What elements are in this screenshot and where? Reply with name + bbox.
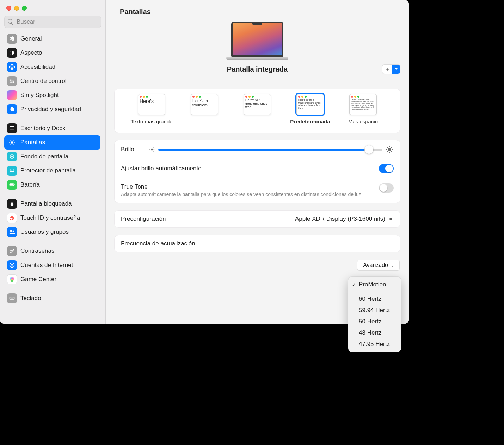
sidebar-item-displays[interactable]: Pantallas — [4, 135, 100, 150]
refresh-rate-menu[interactable]: ProMotion 60 Hertz 59.94 Hertz 50 Hertz … — [348, 277, 401, 352]
svg-line-50 — [153, 148, 154, 148]
gear-icon — [7, 34, 17, 44]
resolution-panel: Here's Texto más grande Here's to troubl… — [114, 89, 400, 133]
sidebar-item-screen-saver[interactable]: Protector de pantalla — [4, 164, 100, 178]
sidebar-item-lock-screen[interactable]: Pantalla bloqueada — [4, 197, 100, 211]
svg-point-29 — [11, 251, 11, 252]
brightness-panel: Brillo Ajustar brillo automáticamente — [114, 140, 400, 203]
menu-item-60hz[interactable]: 60 Hertz — [348, 293, 401, 305]
sidebar-item-internet-accounts[interactable]: Cuentas de Internet — [4, 258, 100, 272]
sidebar-item-label: Protector de pantalla — [20, 167, 76, 174]
page-title: Pantallas — [106, 0, 409, 16]
resolution-options: Here's Texto más grande Here's to troubl… — [115, 89, 400, 126]
resolution-option-larger-text[interactable]: Here's Texto más grande — [125, 94, 178, 125]
users-icon — [7, 227, 17, 237]
close-icon[interactable] — [6, 6, 11, 11]
svg-line-47 — [150, 148, 150, 148]
preset-row[interactable]: Preconfiguración Apple XDR Display (P3-1… — [115, 211, 400, 227]
true-tone-description: Adapta automáticamente la pantalla para … — [121, 191, 379, 198]
preset-popup[interactable]: Apple XDR Display (P3-1600 nits) — [295, 215, 394, 223]
svg-line-49 — [150, 151, 150, 151]
svg-line-17 — [10, 144, 11, 144]
sidebar-item-privacy-security[interactable]: Privacidad y seguridad — [4, 102, 100, 116]
sidebar-item-label: Game Center — [20, 276, 56, 283]
refresh-rate-popup[interactable]: ProMotion — [358, 240, 394, 247]
menu-item-5994hz[interactable]: 59.94 Hertz — [348, 305, 401, 316]
sidebar-item-passwords[interactable]: Contraseñas — [4, 244, 100, 258]
svg-point-27 — [13, 231, 14, 232]
brightness-label: Brillo — [121, 146, 134, 153]
svg-line-58 — [387, 151, 388, 152]
laptop-illustration — [226, 22, 288, 60]
refresh-rate-row[interactable]: Frecuencia de actualización ProMotion — [115, 235, 400, 252]
menu-item-48hz[interactable]: 48 Hertz — [348, 327, 401, 339]
sidebar-item-desktop-dock[interactable]: Escritorio y Dock — [4, 121, 100, 135]
menu-item-50hz[interactable]: 50 Hertz — [348, 316, 401, 327]
control-center-icon — [7, 76, 17, 86]
true-tone-label: True Tone — [121, 183, 379, 190]
sidebar-item-general[interactable]: General — [4, 32, 100, 46]
sidebar-item-label: Touch ID y contraseña — [20, 214, 80, 221]
hand-icon — [7, 104, 17, 114]
preset-panel: Preconfiguración Apple XDR Display (P3-1… — [114, 210, 400, 228]
brightness-row: Brillo — [115, 140, 400, 159]
svg-line-15 — [10, 141, 11, 141]
minimize-icon[interactable] — [14, 6, 19, 11]
sidebar-item-touch-id[interactable]: Touch ID y contraseña — [4, 211, 100, 225]
main-content: Pantallas Pantalla integrada ＋ — [106, 0, 409, 324]
svg-point-6 — [12, 81, 14, 83]
fingerprint-icon — [7, 213, 17, 223]
resolution-option-1[interactable]: Here's to troublem — [178, 94, 231, 125]
resolution-option-more-space[interactable]: Here's to the crazy one troublemakers. T… — [337, 94, 389, 125]
menu-item-4795hz[interactable]: 47.95 Hertz — [348, 339, 401, 350]
svg-rect-24 — [10, 184, 13, 185]
sidebar-item-label: Pantallas — [20, 139, 45, 146]
true-tone-toggle[interactable] — [379, 183, 394, 193]
true-tone-row: True Tone Adapta automáticamente la pant… — [115, 178, 400, 203]
brightness-thumb[interactable] — [365, 145, 373, 154]
resolution-option-2[interactable]: Here's to t troublema ones who — [231, 94, 284, 125]
sidebar-item-users-groups[interactable]: Usuarios y grupos — [4, 225, 100, 239]
sidebar-item-label: General — [20, 35, 42, 42]
sidebar-item-wallpaper[interactable]: Fondo de pantalla — [4, 150, 100, 164]
auto-brightness-toggle[interactable] — [379, 164, 394, 173]
sidebar-item-battery[interactable]: Batería — [4, 178, 100, 192]
resolution-option-default[interactable]: Here's to the c troublemakers. ones who … — [284, 94, 337, 125]
keyboard-icon — [7, 293, 17, 303]
svg-rect-8 — [10, 127, 14, 129]
advanced-button[interactable]: Avanzado… — [357, 260, 400, 271]
svg-rect-5 — [12, 80, 14, 80]
brightness-slider[interactable] — [148, 145, 394, 154]
svg-point-30 — [11, 264, 13, 266]
svg-point-4 — [10, 79, 12, 81]
sidebar-item-accessibility[interactable]: Accesibilidad — [4, 60, 100, 74]
add-display-button[interactable]: ＋ — [382, 64, 400, 74]
svg-rect-36 — [10, 298, 11, 298]
menu-item-promotion[interactable]: ProMotion — [348, 279, 401, 290]
search-icon — [7, 18, 14, 25]
chevron-down-icon[interactable] — [392, 65, 400, 74]
updown-icon — [388, 216, 394, 222]
brightness-track[interactable] — [158, 149, 382, 151]
appearance-icon — [7, 48, 17, 58]
sidebar-item-label: Contraseñas — [20, 248, 54, 255]
window-controls — [4, 4, 101, 16]
search-input[interactable] — [4, 16, 101, 28]
preset-label: Preconfiguración — [121, 215, 166, 223]
sidebar-item-game-center[interactable]: Game Center — [4, 272, 100, 286]
sidebar-item-siri-spotlight[interactable]: Siri y Spotlight — [4, 88, 100, 102]
sidebar-item-control-center[interactable]: Centro de control — [4, 74, 100, 88]
wallpaper-icon — [7, 152, 17, 161]
svg-point-26 — [10, 230, 12, 232]
svg-line-18 — [13, 141, 14, 141]
svg-point-10 — [11, 141, 13, 144]
sidebar-item-label: Privacidad y seguridad — [20, 106, 81, 113]
sun-large-icon — [385, 145, 394, 154]
svg-rect-40 — [13, 298, 14, 298]
sidebar-item-keyboard[interactable]: Teclado — [4, 291, 100, 305]
svg-point-3 — [12, 65, 13, 66]
zoom-icon[interactable] — [22, 6, 27, 11]
sidebar-item-appearance[interactable]: Aspecto — [4, 46, 100, 60]
svg-point-51 — [388, 148, 391, 151]
plus-icon: ＋ — [382, 65, 392, 73]
